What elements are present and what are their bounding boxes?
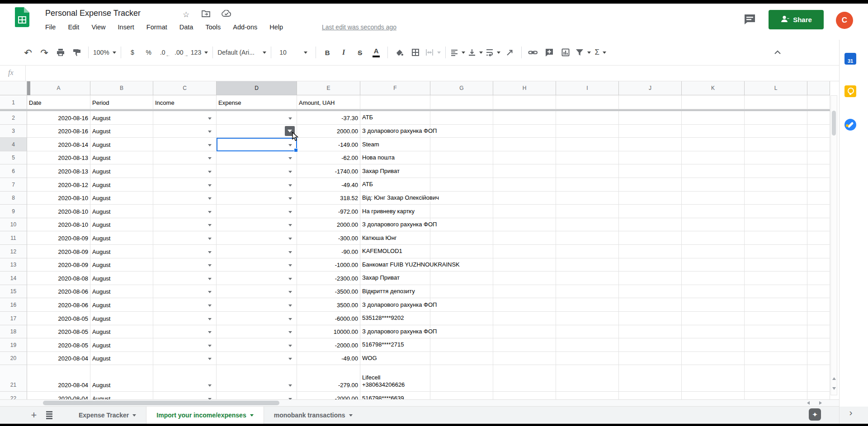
cell-K3[interactable] [682,125,745,138]
tab-dropdown-icon[interactable] [349,414,353,417]
column-header-D[interactable]: D [217,81,297,95]
share-button[interactable]: Share [769,10,824,29]
cell-E18[interactable]: 10000.00 [297,325,360,339]
cell-C19[interactable] [153,338,217,352]
cell-I7[interactable] [556,178,619,192]
vertical-scrollbar[interactable] [830,95,837,395]
menu-item-data[interactable]: Data [179,23,193,31]
functions-button[interactable]: Σ [594,46,607,59]
cell-H2[interactable] [493,111,556,125]
zoom-select[interactable]: 100% [93,46,116,59]
cell-G16[interactable] [430,298,493,312]
cell-I20[interactable] [556,352,619,365]
cell-K16[interactable] [682,298,745,312]
cell-A18[interactable]: 2020-08-05 [27,325,90,339]
cell-C17[interactable] [153,312,217,325]
cell-K2[interactable] [682,111,745,125]
cell-E17[interactable]: -6000.00 [297,312,360,325]
cell-X22[interactable] [807,392,830,399]
cell-L17[interactable] [745,312,807,325]
cell-K6[interactable] [682,164,745,178]
cell-I12[interactable] [556,245,619,258]
cell-H3[interactable] [493,125,556,138]
cell-B22[interactable]: August [90,392,153,399]
cell-C7[interactable] [153,178,217,192]
menu-item-view[interactable]: View [91,23,105,31]
cell-E14[interactable]: -2300.00 [297,272,360,285]
cell-I13[interactable] [556,258,619,272]
validation-dropdown-icon[interactable] [208,264,212,267]
menu-item-help[interactable]: Help [269,23,283,31]
cell-C1[interactable]: Income [153,95,217,109]
cell-D19[interactable] [217,338,297,352]
cell-G7[interactable] [430,178,493,192]
cell-F10[interactable]: З доларового рахунка ФОП [360,218,430,232]
cloud-status-icon[interactable] [222,10,231,19]
cell-J5[interactable] [619,151,682,165]
cell-J16[interactable] [619,298,682,312]
cell-G21[interactable] [430,365,493,392]
validation-dropdown-icon[interactable] [208,144,212,146]
undo-button[interactable]: ↶ [21,46,35,59]
column-header-A[interactable]: A [27,81,90,95]
cell-B10[interactable]: August [90,218,153,232]
cell-H16[interactable] [493,298,556,312]
column-header-G[interactable]: G [430,81,493,95]
cell-L20[interactable] [745,352,807,365]
validation-dropdown-icon[interactable] [208,171,212,173]
cell-J1[interactable] [619,95,682,109]
row-header-12[interactable]: 12 [0,245,27,258]
cell-C21[interactable] [153,365,217,392]
cell-K1[interactable] [682,95,745,109]
row-header-5[interactable]: 5 [0,151,27,165]
cell-F20[interactable]: WOG [360,352,430,365]
cell-K12[interactable] [682,245,745,258]
cell-C2[interactable] [153,111,217,125]
cell-C11[interactable] [153,231,217,245]
vertical-scrollbar-thumb[interactable] [832,111,836,136]
menu-item-addons[interactable]: Add-ons [233,23,257,31]
cell-L10[interactable] [745,218,807,232]
cell-H5[interactable] [493,151,556,165]
cell-D18[interactable] [217,325,297,339]
menu-item-edit[interactable]: Edit [68,23,79,31]
cell-X7[interactable] [807,178,830,192]
cell-E22[interactable]: -2000.00 [297,392,360,399]
cell-I15[interactable] [556,285,619,299]
validation-dropdown-icon[interactable] [208,345,212,347]
cell-X12[interactable] [807,245,830,258]
paint-format-button[interactable] [70,46,84,59]
cell-C5[interactable] [153,151,217,165]
cell-A15[interactable]: 2020-08-06 [27,285,90,299]
cell-A4[interactable]: 2020-08-14 [27,138,90,151]
cell-J10[interactable] [619,218,682,232]
font-select[interactable]: Default (Ari... [217,46,266,59]
cell-H10[interactable] [493,218,556,232]
cell-L19[interactable] [745,338,807,352]
cell-K22[interactable] [682,392,745,399]
cell-C15[interactable] [153,285,217,299]
insert-comment-button[interactable] [542,46,556,59]
cell-B13[interactable]: August [90,258,153,272]
column-header-L[interactable]: L [745,81,807,95]
cell-G19[interactable] [430,338,493,352]
cell-H12[interactable] [493,245,556,258]
menu-item-insert[interactable]: Insert [118,23,134,31]
row-header-21[interactable]: 21 [0,365,27,392]
cell-K18[interactable] [682,325,745,339]
comment-history-icon[interactable] [744,14,756,27]
validation-dropdown-icon[interactable] [208,358,212,360]
cell-J13[interactable] [619,258,682,272]
font-size-select[interactable]: 10 [276,46,311,59]
cell-K21[interactable] [682,365,745,392]
cell-K9[interactable] [682,205,745,218]
spreadsheet-grid[interactable]: ABCDEFGHIJKL 1DatePeriodIncomeExpenseAmo… [0,81,830,399]
cell-F19[interactable]: 516798****2715 [360,338,430,352]
sheets-logo-icon[interactable] [15,7,29,29]
validation-dropdown-icon[interactable] [288,384,292,387]
cell-J3[interactable] [619,125,682,138]
cell-A10[interactable]: 2020-08-10 [27,218,90,232]
cell-E21[interactable]: -279.00 [297,365,360,392]
cell-I3[interactable] [556,125,619,138]
cell-G20[interactable] [430,352,493,365]
